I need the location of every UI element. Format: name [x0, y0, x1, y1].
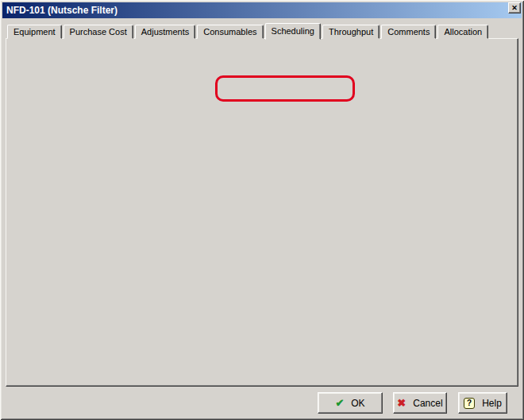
- tab-strip: Equipment Purchase Cost Adjustments Cons…: [7, 22, 490, 39]
- ok-check-icon: ✔: [335, 398, 344, 408]
- title-bar: NFD-101 (Nutsche Filter): [2, 2, 522, 18]
- tab-consumables[interactable]: Consumables: [197, 25, 263, 39]
- help-question-glyph: ?: [467, 399, 472, 407]
- ok-button-label: OK: [351, 398, 364, 409]
- tab-label: Equipment: [13, 27, 56, 37]
- tab-label: Throughput: [329, 27, 373, 37]
- close-button[interactable]: ✕: [508, 2, 521, 13]
- tab-label: Purchase Cost: [70, 27, 127, 37]
- tab-label: Allocation: [444, 27, 482, 37]
- tab-scheduling[interactable]: Scheduling: [265, 23, 321, 40]
- tab-purchase-cost[interactable]: Purchase Cost: [64, 25, 133, 39]
- scheduling-tab-panel: [6, 38, 518, 387]
- tab-label: Comments: [387, 27, 430, 37]
- cancel-button[interactable]: ✖ Cancel: [393, 392, 447, 414]
- tab-label: Consumables: [203, 27, 256, 37]
- cancel-button-label: Cancel: [413, 398, 442, 409]
- tab-equipment[interactable]: Equipment: [7, 25, 62, 39]
- close-icon: ✕: [511, 5, 518, 12]
- tab-label: Scheduling: [272, 26, 314, 36]
- window-title: NFD-101 (Nutsche Filter): [6, 5, 118, 16]
- tab-comments[interactable]: Comments: [381, 25, 436, 39]
- tab-throughput[interactable]: Throughput: [322, 25, 380, 39]
- equipment-dialog: NFD-101 (Nutsche Filter) ✕ Equipment Pur…: [0, 0, 524, 420]
- help-button-label: Help: [482, 398, 502, 409]
- tab-adjustments[interactable]: Adjustments: [135, 25, 196, 39]
- tab-label: Adjustments: [141, 27, 190, 37]
- help-button[interactable]: ? Help: [458, 392, 507, 414]
- tab-allocation[interactable]: Allocation: [437, 25, 488, 39]
- help-question-icon: ?: [464, 398, 475, 409]
- ok-button[interactable]: ✔ OK: [318, 392, 383, 414]
- cancel-x-icon: ✖: [397, 398, 406, 408]
